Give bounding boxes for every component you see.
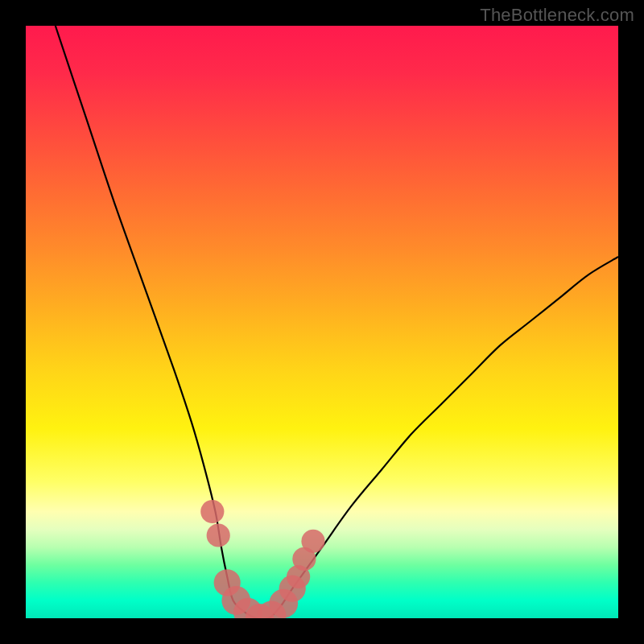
curve-markers: [200, 500, 324, 618]
curve-marker: [207, 523, 230, 547]
curve-svg: [26, 26, 618, 618]
watermark-text: TheBottleneck.com: [480, 5, 634, 26]
chart-frame: TheBottleneck.com: [0, 0, 644, 644]
plot-area: [26, 26, 618, 618]
bottleneck-curve-path: [56, 26, 618, 618]
curve-marker: [301, 530, 324, 553]
curve-marker: [200, 500, 224, 523]
